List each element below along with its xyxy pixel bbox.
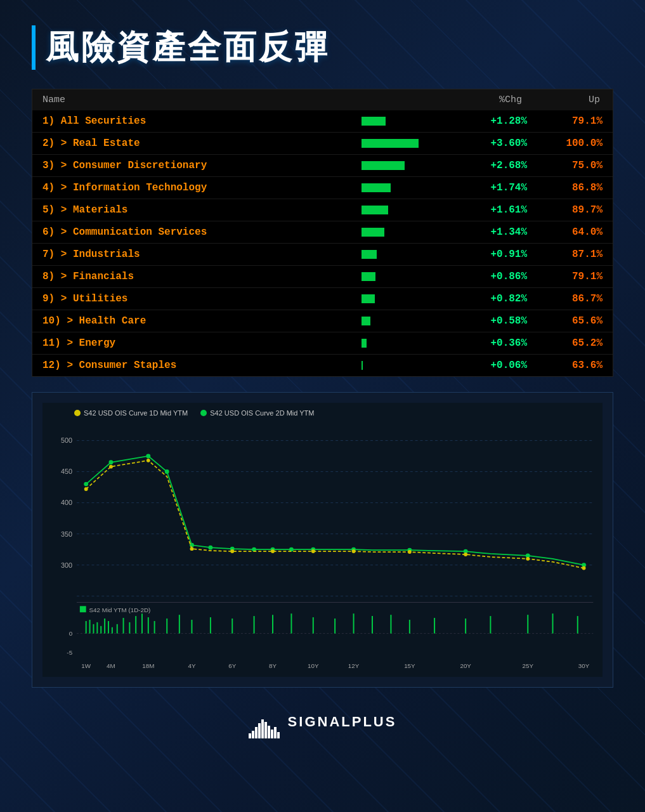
svg-rect-98	[255, 727, 257, 738]
svg-point-91	[352, 549, 356, 553]
svg-point-70	[146, 454, 150, 459]
svg-point-90	[311, 549, 315, 553]
cell-up: 86.8%	[537, 177, 613, 199]
cell-pct: +1.61%	[456, 199, 537, 221]
svg-point-92	[408, 550, 412, 554]
table-row: 2) > Real Estate+3.60%100.0%	[32, 133, 613, 155]
cell-up: 63.6%	[537, 355, 613, 377]
cell-name: 9) > Utilities	[32, 288, 351, 310]
title-box: 風險資產全面反彈	[32, 25, 330, 70]
cell-up: 86.7%	[537, 288, 613, 310]
svg-point-87	[190, 547, 194, 551]
branding-section: SIGNALPLUS	[32, 710, 613, 746]
cell-bar	[351, 266, 456, 288]
col-header-bar	[351, 89, 456, 110]
svg-point-71	[165, 469, 169, 474]
cell-pct: +1.28%	[456, 110, 537, 133]
svg-text:400: 400	[61, 499, 72, 506]
cell-bar	[351, 155, 456, 177]
svg-rect-100	[261, 719, 264, 738]
logo-bars	[249, 721, 280, 733]
svg-rect-105	[277, 732, 280, 738]
svg-text:25Y: 25Y	[523, 662, 534, 669]
table-row: 3) > Consumer Discretionary+2.68%75.0%	[32, 155, 613, 177]
col-header-name: Name	[32, 89, 351, 110]
legend-dot-2d	[200, 410, 207, 416]
cell-bar	[351, 332, 456, 355]
cell-up: 65.2%	[537, 332, 613, 355]
cell-pct: +0.91%	[456, 244, 537, 266]
page-title: 風險資產全面反彈	[46, 25, 330, 70]
cell-bar	[351, 177, 456, 199]
legend-item-1d: S42 USD OIS Curve 1D Mid YTM	[74, 409, 188, 417]
cell-up: 89.7%	[537, 199, 613, 221]
svg-text:1W: 1W	[81, 662, 91, 669]
cell-bar	[351, 310, 456, 332]
svg-point-73	[208, 546, 212, 550]
table-row: 8) > Financials+0.86%79.1%	[32, 266, 613, 288]
cell-bar	[351, 244, 456, 266]
legend-dot-1d	[74, 410, 81, 416]
cell-pct: +0.82%	[456, 288, 537, 310]
svg-text:-5: -5	[67, 649, 72, 656]
legend-item-2d: S42 USD OIS Curve 2D Mid YTM	[200, 409, 314, 417]
cell-name: 7) > Industrials	[32, 244, 351, 266]
cell-pct: +2.68%	[456, 155, 537, 177]
svg-text:18M: 18M	[142, 662, 154, 669]
signalplus-logo	[249, 710, 280, 733]
cell-name: 4) > Information Technology	[32, 177, 351, 199]
cell-bar	[351, 199, 456, 221]
svg-point-93	[464, 553, 467, 556]
svg-rect-15	[80, 606, 86, 612]
cell-name: 3) > Consumer Discretionary	[32, 155, 351, 177]
svg-text:S42 Mid YTM (1D-2D): S42 Mid YTM (1D-2D)	[89, 606, 151, 613]
cell-pct: +0.86%	[456, 266, 537, 288]
svg-rect-97	[252, 731, 254, 738]
cell-up: 100.0%	[537, 133, 613, 155]
cell-up: 79.1%	[537, 266, 613, 288]
svg-rect-101	[264, 722, 267, 738]
cell-bar	[351, 110, 456, 133]
ois-curve-chart: 500 450 400 350 300 S42 Mid YTM (1D-2D) …	[42, 422, 603, 671]
cell-pct: +3.60%	[456, 133, 537, 155]
svg-point-89	[271, 549, 275, 553]
cell-name: 12) > Consumer Staples	[32, 355, 351, 377]
table-row: 5) > Materials+1.61%89.7%	[32, 199, 613, 221]
cell-pct: +0.58%	[456, 310, 537, 332]
svg-rect-103	[271, 730, 273, 738]
svg-text:450: 450	[61, 468, 72, 475]
svg-text:10Y: 10Y	[308, 662, 319, 669]
svg-text:500: 500	[61, 436, 72, 444]
cell-name: 8) > Financials	[32, 266, 351, 288]
cell-up: 79.1%	[537, 110, 613, 133]
cell-pct: +1.74%	[456, 177, 537, 199]
securities-table: Name %Chg Up 1) All Securities+1.28%79.1…	[32, 89, 613, 376]
svg-text:4Y: 4Y	[188, 662, 195, 669]
cell-name: 5) > Materials	[32, 199, 351, 221]
cell-pct: +0.36%	[456, 332, 537, 355]
table-row: 11) > Energy+0.36%65.2%	[32, 332, 613, 355]
svg-rect-102	[268, 726, 270, 738]
svg-point-85	[109, 465, 113, 469]
cell-bar	[351, 133, 456, 155]
cell-pct: +0.06%	[456, 355, 537, 377]
svg-point-69	[108, 460, 113, 464]
cell-bar	[351, 221, 456, 244]
svg-text:20Y: 20Y	[460, 662, 471, 669]
cell-up: 64.0%	[537, 221, 613, 244]
svg-point-84	[84, 487, 88, 491]
table-row: 7) > Industrials+0.91%87.1%	[32, 244, 613, 266]
table-row: 4) > Information Technology+1.74%86.8%	[32, 177, 613, 199]
svg-point-95	[582, 566, 586, 570]
svg-point-68	[84, 482, 88, 487]
table-row: 12) > Consumer Staples+0.06%63.6%	[32, 355, 613, 377]
svg-text:350: 350	[61, 530, 72, 538]
table-row: 6) > Communication Services+1.34%64.0%	[32, 221, 613, 244]
svg-point-94	[526, 557, 530, 561]
cell-up: 75.0%	[537, 155, 613, 177]
svg-text:8Y: 8Y	[269, 662, 277, 669]
cell-name: 11) > Energy	[32, 332, 351, 355]
col-header-up: Up	[537, 89, 613, 110]
securities-table-section: Name %Chg Up 1) All Securities+1.28%79.1…	[32, 89, 613, 377]
svg-point-88	[230, 549, 234, 553]
